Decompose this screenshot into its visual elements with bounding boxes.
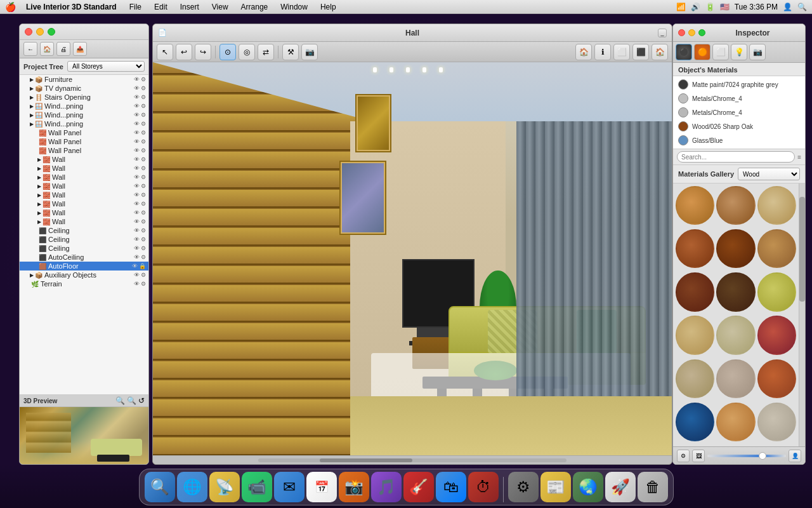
maximize-button[interactable] xyxy=(48,28,55,36)
tree-item[interactable]: ▶ 📦 Furniture 👁 ⚙ xyxy=(20,75,148,84)
gallery-item[interactable] xyxy=(716,403,755,441)
print-button[interactable]: 🖨 xyxy=(56,42,70,56)
expand-arrow[interactable]: ▶ xyxy=(37,201,41,207)
undo-tool[interactable]: ↩ xyxy=(176,44,192,60)
expand-arrow[interactable]: ▶ xyxy=(30,272,34,278)
settings-icon[interactable]: ⚙ xyxy=(141,165,146,171)
tree-item[interactable]: 🟫 AutoFloor 👁 🔒 xyxy=(20,262,148,271)
expand-arrow[interactable]: ▶ xyxy=(37,192,41,198)
tree-item[interactable]: ▶ 🧱 Wall 👁 ⚙ xyxy=(20,182,148,190)
settings-icon[interactable]: ⚙ xyxy=(141,201,146,207)
settings-icon[interactable]: ⚙ xyxy=(141,254,146,260)
edit-menu[interactable]: Edit xyxy=(152,3,170,11)
tree-item[interactable]: ▶ 🪟 Wind...pning 👁 ⚙ xyxy=(20,119,148,128)
window-menu[interactable]: Window xyxy=(278,3,310,11)
gallery-item[interactable] xyxy=(716,359,755,398)
tree-item[interactable]: 🌿 Terrain 👁 ⚙ xyxy=(20,279,148,288)
visibility-icon[interactable]: 👁 xyxy=(134,147,140,154)
visibility-icon[interactable]: 👁 xyxy=(134,201,140,207)
expand-arrow[interactable]: ▶ xyxy=(37,166,41,171)
visibility-icon[interactable]: 👁 xyxy=(134,138,140,145)
settings-icon[interactable]: ⚙ xyxy=(141,281,146,287)
tab-camera[interactable]: 📷 xyxy=(749,44,766,60)
visibility-icon[interactable]: 👁 xyxy=(134,272,140,278)
settings-icon[interactable]: ⚙ xyxy=(141,130,146,136)
dock-trash[interactable]: 🗑 xyxy=(638,472,668,502)
visibility-icon[interactable]: 👁 xyxy=(134,112,140,118)
gallery-btn[interactable]: 🖼 xyxy=(692,450,705,462)
dock-mail[interactable]: ✉ xyxy=(274,472,304,502)
view-2d[interactable]: ⬜ xyxy=(613,44,630,60)
tree-item[interactable]: ▶ 🪟 Wind...pning 👁 ⚙ xyxy=(20,102,148,110)
canvas-scrollbar[interactable] xyxy=(153,455,672,464)
settings-icon[interactable]: ⚙ xyxy=(141,112,146,118)
zoom-slider[interactable] xyxy=(707,455,786,457)
tree-item[interactable]: ⬛ AutoCeiling 👁 ⚙ xyxy=(20,253,148,262)
visibility-icon[interactable]: 👁 xyxy=(134,227,140,234)
tree-item[interactable]: ▶ 🧱 Wall 👁 ⚙ xyxy=(20,173,148,182)
visibility-icon[interactable]: 👁 xyxy=(134,236,140,243)
settings-icon[interactable]: ⚙ xyxy=(141,121,146,127)
tree-item[interactable]: ▶ 🧱 Wall 👁 ⚙ xyxy=(20,199,148,208)
gallery-item[interactable] xyxy=(757,229,796,268)
app-name[interactable]: Live Interior 3D Standard xyxy=(23,3,119,11)
visibility-icon[interactable]: 👁 xyxy=(134,130,140,136)
dock-timemachine[interactable]: ⏱ xyxy=(468,472,499,502)
build-tool[interactable]: ⚒ xyxy=(282,44,299,60)
tree-item[interactable]: ▶ 🧱 Wall 👁 ⚙ xyxy=(20,217,148,226)
dock-itunes[interactable]: 🎵 xyxy=(371,472,402,502)
inspector-minimize[interactable] xyxy=(688,29,695,36)
storeys-select[interactable]: All Storeys xyxy=(67,61,145,72)
search-input[interactable] xyxy=(677,151,795,163)
settings-icon[interactable]: ⚙ xyxy=(141,210,146,216)
dock-network[interactable]: 📡 xyxy=(209,472,240,502)
settings-icon[interactable]: ⚙ xyxy=(141,156,146,163)
visibility-icon[interactable]: 👁 xyxy=(134,183,140,189)
visibility-icon[interactable]: 👁 xyxy=(134,174,140,180)
dock-appstore[interactable]: 🛍 xyxy=(436,472,466,502)
expand-icon[interactable]: ≡ xyxy=(797,154,801,161)
apple-menu[interactable]: 🍎 xyxy=(5,2,16,12)
tree-item[interactable]: 🧱 Wall Panel 👁 ⚙ xyxy=(20,137,148,146)
gallery-scrollbar[interactable] xyxy=(799,184,805,446)
settings-icon[interactable]: ⚙ xyxy=(141,245,146,251)
preview-zoom-out[interactable]: 🔍 xyxy=(115,396,125,405)
viewport-3d[interactable] xyxy=(153,62,672,455)
back-button[interactable]: ← xyxy=(23,42,37,56)
battery-icon[interactable]: 🔋 xyxy=(705,3,715,11)
visibility-icon[interactable]: 👁 xyxy=(134,210,140,216)
expand-arrow[interactable]: ▶ xyxy=(30,112,34,118)
gallery-item[interactable] xyxy=(757,359,796,398)
arrange-menu[interactable]: Arrange xyxy=(239,3,271,11)
tree-item[interactable]: ▶ 🪜 Stairs Opening 👁 ⚙ xyxy=(20,93,148,102)
expand-arrow[interactable]: ▶ xyxy=(30,86,34,91)
insert-menu[interactable]: Insert xyxy=(178,3,202,11)
tree-item[interactable]: ▶ 📦 TV dynamic 👁 ⚙ xyxy=(20,84,148,93)
visibility-icon[interactable]: 👁 xyxy=(134,165,140,171)
pan-tool2[interactable]: ⇄ xyxy=(258,44,274,60)
dock-iphoto[interactable]: 📸 xyxy=(339,472,369,502)
search-icon[interactable]: 🔍 xyxy=(797,3,807,11)
redo-tool[interactable]: ↪ xyxy=(195,44,211,60)
gallery-item[interactable] xyxy=(757,272,796,311)
gallery-item[interactable] xyxy=(676,186,714,225)
gallery-item[interactable] xyxy=(716,272,755,311)
dock-syspref[interactable]: ⚙ xyxy=(508,472,539,502)
inspector-maximize[interactable] xyxy=(698,29,705,36)
settings-icon[interactable]: ⚙ xyxy=(141,138,146,145)
visibility-icon[interactable]: 👁 xyxy=(134,281,140,287)
tree-item[interactable]: ▶ 🧱 Wall 👁 ⚙ xyxy=(20,190,148,199)
close-button[interactable] xyxy=(25,28,32,36)
visibility-icon[interactable]: 👁 xyxy=(134,76,140,83)
tab-texture[interactable]: ⬜ xyxy=(712,44,729,60)
settings-icon[interactable]: ⚙ xyxy=(141,183,146,189)
lock-icon[interactable]: 🔒 xyxy=(139,263,146,269)
gallery-item[interactable] xyxy=(757,186,796,225)
tab-color[interactable]: 🟠 xyxy=(694,44,710,60)
settings-btn[interactable]: ⚙ xyxy=(677,450,690,462)
visibility-icon[interactable]: 👁 xyxy=(132,263,138,269)
gallery-item[interactable] xyxy=(716,316,755,354)
gallery-item[interactable] xyxy=(676,359,714,398)
visibility-icon[interactable]: 👁 xyxy=(134,85,140,91)
tree-item[interactable]: ▶ 🧱 Wall 👁 ⚙ xyxy=(20,208,148,217)
